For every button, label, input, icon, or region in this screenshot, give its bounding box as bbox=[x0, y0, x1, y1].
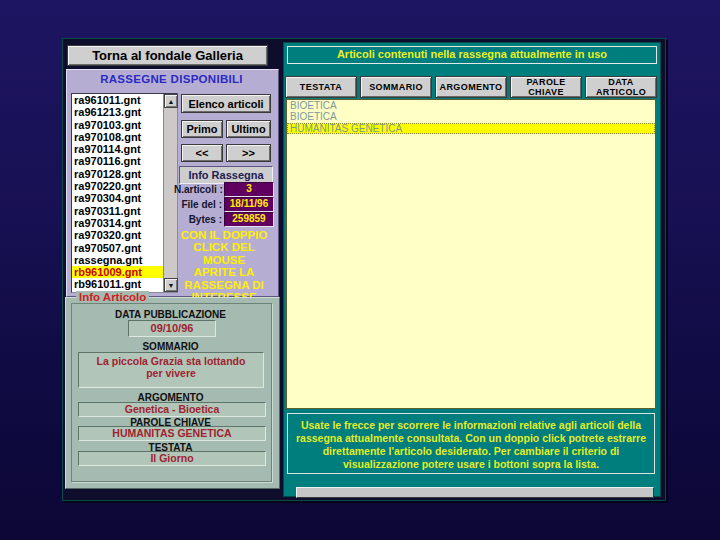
file-item[interactable]: ra970311.gnt bbox=[72, 205, 164, 217]
previous-button[interactable]: << bbox=[181, 144, 223, 162]
sort-buttons-row: TESTATA SOMMARIO ARGOMENTO PAROLE CHIAVE… bbox=[285, 76, 657, 98]
file-rows: ra961011.gnt ra961213.gnt ra970103.gnt r… bbox=[72, 94, 164, 292]
hint-line: APRITE LA bbox=[172, 266, 276, 278]
hint-line: RASSEGNA DI bbox=[172, 279, 276, 291]
info-rassegna-row: Bytes : 259859 bbox=[174, 213, 274, 226]
argomento-value: Genetica - Bioetica bbox=[78, 402, 266, 417]
data-pubblicazione-label: DATA PUBBLICAZIONE bbox=[71, 309, 270, 320]
file-item[interactable]: ra970507.gnt bbox=[72, 242, 164, 254]
field-label: N.articoli : bbox=[174, 184, 222, 195]
field-label: File del : bbox=[174, 199, 222, 210]
field-label: Bytes : bbox=[174, 214, 222, 225]
screen: Torna al fondale Galleria RASSEGNE DISPO… bbox=[0, 0, 720, 540]
hint-line: CLICK DEL MOUSE bbox=[172, 241, 276, 266]
elenco-articoli-button[interactable]: Elenco articoli bbox=[181, 94, 271, 113]
article-row[interactable]: BIOETICA bbox=[287, 100, 655, 111]
instructions-box: Usate le frecce per scorrere le informaz… bbox=[287, 413, 655, 474]
rassegne-file-list[interactable]: ra961011.gnt ra961213.gnt ra970103.gnt r… bbox=[71, 93, 178, 293]
field-value: 18/11/96 bbox=[224, 197, 274, 212]
next-button[interactable]: >> bbox=[226, 144, 271, 162]
file-item[interactable]: ra961213.gnt bbox=[72, 106, 164, 118]
article-row[interactable]: BIOETICA bbox=[287, 111, 655, 122]
instruction-line: Usate le frecce per scorrere le informaz… bbox=[288, 419, 654, 432]
file-item[interactable]: ra970314.gnt bbox=[72, 217, 164, 229]
info-rassegna-row: File del : 18/11/96 bbox=[174, 198, 274, 211]
file-item[interactable]: ra970108.gnt bbox=[72, 131, 164, 143]
file-item[interactable]: rb961009.gnt bbox=[72, 266, 164, 278]
ultimo-button[interactable]: Ultimo bbox=[226, 120, 271, 138]
sort-button[interactable]: SOMMARIO bbox=[360, 76, 432, 98]
horizontal-scrollbar[interactable] bbox=[296, 487, 654, 498]
file-item[interactable]: ra970320.gnt bbox=[72, 229, 164, 241]
instruction-line: visualizzazione potere usare i bottoni s… bbox=[288, 458, 654, 471]
primo-button[interactable]: Primo bbox=[181, 120, 223, 138]
info-rassegna-fields: N.articoli : 3 File del : 18/11/96 Bytes… bbox=[174, 183, 274, 228]
instruction-line: direttamente l'articolo desiderato. Per … bbox=[288, 445, 654, 458]
back-to-gallery-button[interactable]: Torna al fondale Galleria bbox=[67, 45, 268, 66]
hint-line: CON IL DOPPIO bbox=[172, 229, 276, 241]
article-row[interactable]: HUMANITAS GENETICA bbox=[287, 123, 655, 134]
article-list[interactable]: BIOETICA BIOETICA HUMANITAS GENETICA bbox=[286, 99, 656, 409]
file-item[interactable]: ra970128.gnt bbox=[72, 168, 164, 180]
file-item[interactable]: ra970304.gnt bbox=[72, 192, 164, 204]
info-rassegna-row: N.articoli : 3 bbox=[174, 183, 274, 196]
sommario-label: SOMMARIO bbox=[71, 341, 270, 352]
sort-button[interactable]: TESTATA bbox=[285, 76, 357, 98]
file-item[interactable]: rassegna.gnt bbox=[72, 254, 164, 266]
file-item[interactable]: ra961011.gnt bbox=[72, 94, 164, 106]
file-item[interactable]: ra970103.gnt bbox=[72, 119, 164, 131]
testata-value: Il Giorno bbox=[78, 451, 266, 466]
sort-button[interactable]: PAROLE CHIAVE bbox=[510, 76, 582, 98]
info-articolo-title: Info Articolo bbox=[76, 291, 149, 303]
file-item[interactable]: ra970220.gnt bbox=[72, 180, 164, 192]
sort-button[interactable]: DATA ARTICOLO bbox=[585, 76, 657, 98]
data-pubblicazione-value: 09/10/96 bbox=[128, 320, 216, 337]
field-value: 3 bbox=[224, 182, 274, 197]
rassegne-title: RASSEGNE DISPONIBILI bbox=[66, 73, 277, 85]
parole-chiave-value: HUMANITAS GENETICA bbox=[78, 426, 266, 441]
file-item[interactable]: ra970114.gnt bbox=[72, 143, 164, 155]
sort-button[interactable]: ARGOMENTO bbox=[435, 76, 507, 98]
file-item[interactable]: rb961011.gnt bbox=[72, 278, 164, 290]
double-click-hint: CON IL DOPPIO CLICK DEL MOUSE APRITE LA … bbox=[172, 229, 276, 303]
scroll-up-icon[interactable]: ▲ bbox=[164, 94, 178, 108]
sommario-value: La piccola Grazia sta lottando per viver… bbox=[78, 352, 264, 388]
articoli-header: Articoli contenuti nella rassegna attual… bbox=[287, 46, 657, 64]
field-value: 259859 bbox=[224, 212, 274, 227]
file-item[interactable]: ra970116.gnt bbox=[72, 155, 164, 167]
instruction-line: rassegna attualmente consultata. Con un … bbox=[288, 432, 654, 445]
